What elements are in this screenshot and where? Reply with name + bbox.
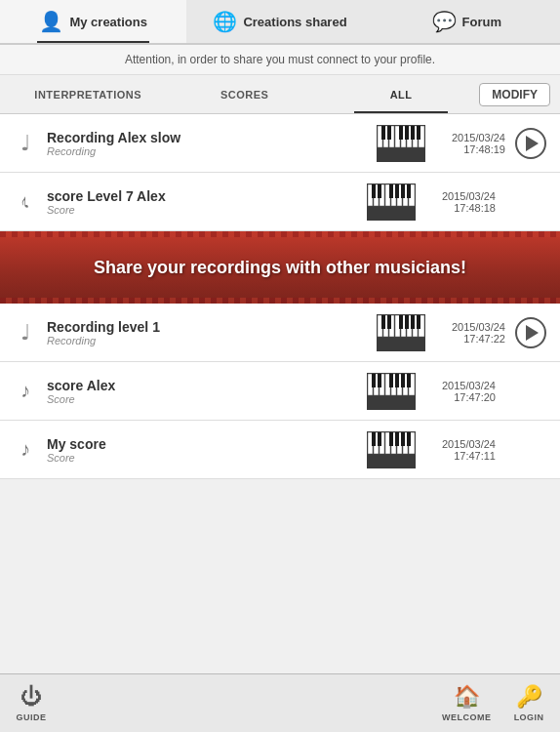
svg-rect-11	[399, 126, 403, 140]
item-date: 2015/03/24 17:47:20	[427, 380, 496, 403]
svg-rect-25	[378, 184, 381, 198]
item-title: My score	[47, 436, 355, 452]
filter-row: INTERPRETATIONS SCORES ALL MODIFY	[0, 75, 560, 114]
piano-thumbnail	[367, 183, 416, 221]
power-icon: ⏻	[20, 684, 42, 710]
recording-icon: ♩	[14, 131, 37, 156]
list-item: ♪ score Level 7 Alex Score	[0, 173, 560, 231]
svg-rect-26	[389, 184, 393, 198]
item-info: Recording Alex slow Recording	[47, 130, 365, 157]
svg-rect-55	[378, 374, 381, 387]
list-item: ♩ Recording level 1 Recording	[0, 304, 560, 362]
item-date: 2015/03/24 17:47:11	[427, 438, 496, 462]
item-info: Recording level 1 Recording	[47, 319, 365, 346]
item-date: 2015/03/24 17:48:18	[427, 190, 496, 214]
score-icon: ♪	[14, 438, 37, 461]
items-list-below: ♩ Recording level 1 Recording	[0, 304, 560, 479]
svg-rect-40	[387, 315, 391, 329]
score-icon: ♪	[14, 380, 37, 402]
piano-thumbnail	[367, 373, 416, 410]
svg-rect-57	[395, 374, 399, 387]
svg-rect-13	[411, 126, 415, 140]
svg-rect-56	[389, 374, 393, 387]
svg-rect-73	[401, 432, 405, 446]
item-subtitle: Recording	[47, 335, 365, 346]
svg-rect-28	[401, 184, 405, 198]
svg-rect-24	[372, 184, 376, 198]
svg-rect-54	[372, 374, 376, 387]
filter-all[interactable]: ALL	[323, 75, 479, 113]
promo-banner: Share your recordings with other musicia…	[0, 231, 560, 304]
svg-rect-69	[372, 432, 376, 446]
chat-icon: 💬	[432, 10, 457, 33]
login-label: LOGIN	[514, 712, 544, 722]
svg-rect-70	[378, 432, 381, 446]
svg-rect-43	[411, 315, 415, 329]
svg-rect-59	[407, 374, 411, 387]
svg-rect-41	[399, 315, 403, 329]
svg-rect-72	[395, 432, 399, 446]
play-button[interactable]	[515, 128, 546, 159]
top-navigation: 👤 My creations 🌐 Creations shared 💬 Foru…	[0, 0, 560, 45]
recording-icon: ♩	[14, 320, 37, 346]
svg-rect-71	[389, 432, 393, 446]
welcome-label: WELCOME	[442, 712, 492, 722]
tab-forum-label: Forum	[462, 15, 501, 29]
promo-text: Share your recordings with other musicia…	[94, 258, 466, 278]
svg-rect-12	[405, 126, 409, 140]
item-title: Recording level 1	[47, 319, 365, 335]
welcome-button[interactable]: 🏠 WELCOME	[435, 684, 498, 722]
item-date: 2015/03/24 17:48:19	[437, 132, 505, 155]
user-icon: 👤	[39, 10, 63, 33]
item-title: score Level 7 Alex	[47, 188, 355, 204]
guide-button[interactable]: ⏻ GUIDE	[0, 684, 62, 722]
globe-icon: 🌐	[213, 10, 237, 33]
svg-rect-14	[417, 126, 420, 140]
bottom-bar: ⏻ GUIDE 🏠 WELCOME 🔑 LOGIN	[0, 673, 560, 732]
svg-rect-9	[381, 126, 385, 140]
svg-rect-27	[395, 184, 399, 198]
tab-my-creations-label: My creations	[69, 15, 146, 29]
list-item: ♪ score Alex Score	[0, 362, 560, 421]
key-icon: 🔑	[516, 684, 542, 710]
home-icon: 🏠	[454, 684, 480, 710]
piano-thumbnail	[367, 431, 416, 468]
svg-rect-29	[407, 184, 411, 198]
item-info: score Alex Score	[47, 378, 355, 405]
list-item: ♪ My score Score	[0, 421, 560, 479]
play-button[interactable]	[515, 317, 546, 348]
piano-thumbnail	[377, 314, 425, 351]
piano-thumbnail	[377, 125, 425, 162]
guide-label: GUIDE	[16, 712, 46, 722]
svg-rect-44	[417, 315, 420, 329]
svg-rect-39	[381, 315, 385, 329]
modify-button[interactable]: MODIFY	[479, 83, 550, 106]
tab-forum[interactable]: 💬 Forum	[374, 0, 560, 43]
item-title: Recording Alex slow	[47, 130, 365, 145]
filter-interpretations[interactable]: INTERPRETATIONS	[10, 75, 166, 113]
tab-creations-shared-label: Creations shared	[243, 15, 346, 29]
filter-scores[interactable]: SCORES	[166, 75, 322, 113]
play-icon	[526, 325, 539, 341]
item-info: My score Score	[47, 436, 355, 464]
svg-rect-58	[401, 374, 405, 387]
attention-text: Attention, in order to share you must co…	[125, 53, 435, 66]
score-icon: ♪	[14, 190, 37, 213]
svg-rect-74	[407, 432, 411, 446]
svg-rect-42	[405, 315, 409, 329]
list-item: ♩ Recording Alex slow Recording	[0, 114, 560, 173]
items-list: ♩ Recording Alex slow Recording	[0, 114, 560, 231]
login-button[interactable]: 🔑 LOGIN	[498, 684, 560, 722]
item-subtitle: Score	[47, 393, 355, 405]
svg-rect-10	[387, 126, 391, 140]
attention-bar: Attention, in order to share you must co…	[0, 45, 560, 75]
item-info: score Level 7 Alex Score	[47, 188, 355, 216]
item-subtitle: Score	[47, 452, 355, 464]
tab-creations-shared[interactable]: 🌐 Creations shared	[186, 0, 373, 43]
item-subtitle: Score	[47, 204, 355, 216]
item-title: score Alex	[47, 378, 355, 393]
play-icon	[526, 136, 539, 151]
item-subtitle: Recording	[47, 145, 365, 157]
tab-my-creations[interactable]: 👤 My creations	[0, 0, 186, 43]
item-date: 2015/03/24 17:47:22	[437, 321, 505, 345]
